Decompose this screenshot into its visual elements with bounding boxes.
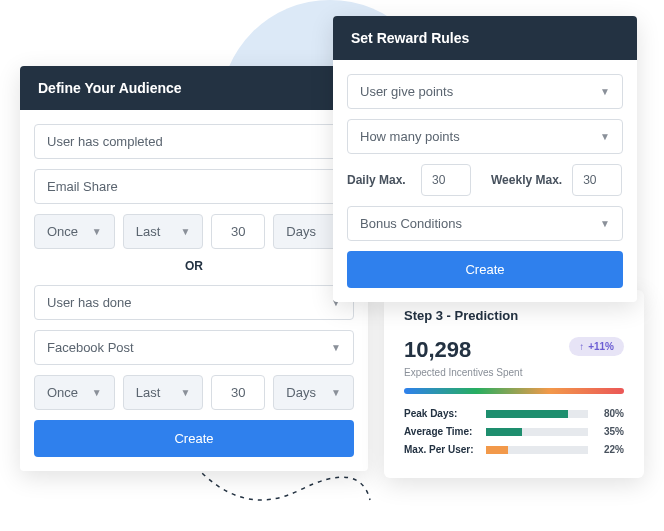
range-unit-select-2[interactable]: Days ▼ xyxy=(273,375,354,410)
stat-row: Average Time:35% xyxy=(404,426,624,437)
prediction-change-badge: ↑ +11% xyxy=(569,337,624,356)
prediction-card: Step 3 - Prediction 10,298 ↑ +11% Expect… xyxy=(384,290,644,478)
prediction-gradient-bar xyxy=(404,388,624,394)
stat-fill xyxy=(486,428,522,436)
stat-fill xyxy=(486,446,508,454)
freq-select-1-value: Once xyxy=(47,224,78,239)
weekly-max-value: 30 xyxy=(583,173,596,187)
channel-select-1[interactable]: Email Share ▼ xyxy=(34,169,354,204)
reward-action-select[interactable]: User give points ▼ xyxy=(347,74,623,109)
or-separator: OR xyxy=(34,259,354,273)
audience-card: Define Your Audience User has completed … xyxy=(20,66,368,471)
freq-select-1[interactable]: Once ▼ xyxy=(34,214,115,249)
reward-action-value: User give points xyxy=(360,84,453,99)
stat-row: Max. Per User:22% xyxy=(404,444,624,455)
reward-card: Set Reward Rules User give points ▼ How … xyxy=(333,16,637,302)
range-unit-select-1-value: Days xyxy=(286,224,316,239)
reward-amount-select[interactable]: How many points ▼ xyxy=(347,119,623,154)
condition-select-2[interactable]: User has done ▼ xyxy=(34,285,354,320)
stat-pct: 80% xyxy=(596,408,624,419)
chevron-down-icon: ▼ xyxy=(331,342,341,353)
condition-select-1[interactable]: User has completed ▼ xyxy=(34,124,354,159)
prediction-stats: Peak Days:80%Average Time:35%Max. Per Us… xyxy=(404,408,624,455)
range-value-input-2[interactable]: 30 xyxy=(211,375,265,410)
chevron-down-icon: ▼ xyxy=(600,218,610,229)
stat-pct: 22% xyxy=(596,444,624,455)
chevron-down-icon: ▼ xyxy=(92,387,102,398)
stat-label: Average Time: xyxy=(404,426,478,437)
reward-create-button[interactable]: Create xyxy=(347,251,623,288)
chevron-down-icon: ▼ xyxy=(92,226,102,237)
prediction-change-value: +11% xyxy=(588,341,614,352)
range-value-1: 30 xyxy=(231,224,245,239)
daily-max-input[interactable]: 30 xyxy=(421,164,471,196)
freq-select-2[interactable]: Once ▼ xyxy=(34,375,115,410)
condition-select-2-value: User has done xyxy=(47,295,132,310)
chevron-down-icon: ▼ xyxy=(180,226,190,237)
stat-label: Max. Per User: xyxy=(404,444,478,455)
chevron-down-icon: ▼ xyxy=(180,387,190,398)
chevron-down-icon: ▼ xyxy=(600,86,610,97)
stat-bar xyxy=(486,428,588,436)
prediction-number: 10,298 xyxy=(404,337,471,363)
range-type-select-1[interactable]: Last ▼ xyxy=(123,214,204,249)
stat-label: Peak Days: xyxy=(404,408,478,419)
channel-select-2-value: Facebook Post xyxy=(47,340,134,355)
stat-pct: 35% xyxy=(596,426,624,437)
freq-select-2-value: Once xyxy=(47,385,78,400)
reward-amount-value: How many points xyxy=(360,129,460,144)
prediction-subtitle: Expected Incentives Spent xyxy=(404,367,624,378)
channel-select-1-value: Email Share xyxy=(47,179,118,194)
range-type-select-2-value: Last xyxy=(136,385,161,400)
weekly-max-input[interactable]: 30 xyxy=(572,164,622,196)
range-type-select-2[interactable]: Last ▼ xyxy=(123,375,204,410)
prediction-title: Step 3 - Prediction xyxy=(404,308,624,323)
weekly-max-label: Weekly Max. xyxy=(491,173,562,187)
range-value-2: 30 xyxy=(231,385,245,400)
stat-bar xyxy=(486,446,588,454)
channel-select-2[interactable]: Facebook Post ▼ xyxy=(34,330,354,365)
range-unit-select-2-value: Days xyxy=(286,385,316,400)
stat-fill xyxy=(486,410,568,418)
chevron-down-icon: ▼ xyxy=(331,387,341,398)
condition-select-1-value: User has completed xyxy=(47,134,163,149)
range-value-input-1[interactable]: 30 xyxy=(211,214,265,249)
daily-max-value: 30 xyxy=(432,173,445,187)
reward-title: Set Reward Rules xyxy=(333,16,637,60)
bonus-conditions-select[interactable]: Bonus Conditions ▼ xyxy=(347,206,623,241)
stat-row: Peak Days:80% xyxy=(404,408,624,419)
arrow-up-icon: ↑ xyxy=(579,341,584,352)
audience-title: Define Your Audience xyxy=(20,66,368,110)
audience-create-button[interactable]: Create xyxy=(34,420,354,457)
stat-bar xyxy=(486,410,588,418)
range-type-select-1-value: Last xyxy=(136,224,161,239)
daily-max-label: Daily Max. xyxy=(347,173,411,187)
chevron-down-icon: ▼ xyxy=(600,131,610,142)
bonus-conditions-value: Bonus Conditions xyxy=(360,216,462,231)
